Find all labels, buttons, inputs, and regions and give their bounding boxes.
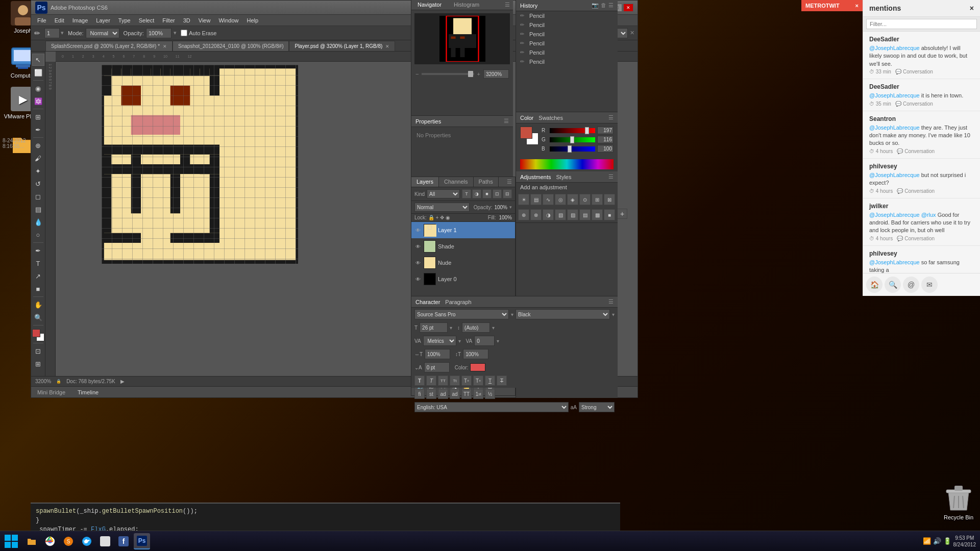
tab-splashscreen-close[interactable]: ✕ xyxy=(163,44,167,49)
history-brush-tool[interactable]: ↺ xyxy=(32,178,44,190)
screen-mode-tool[interactable]: ⊞ xyxy=(32,358,44,370)
menu-window[interactable]: Window xyxy=(214,15,242,26)
h-scale-input[interactable] xyxy=(425,349,450,359)
adj-hue-btn[interactable]: ⊙ xyxy=(579,194,591,205)
auto-erase-check[interactable] xyxy=(181,30,187,36)
taskbar-orange-btn[interactable]: S xyxy=(60,533,77,549)
char-ord-btn1[interactable]: ad xyxy=(438,389,448,399)
taskbar-white-btn[interactable] xyxy=(97,533,113,549)
menu-3d[interactable]: 3D xyxy=(179,15,194,26)
twitter-mentions-btn[interactable]: @ xyxy=(903,277,919,293)
hand-tool[interactable]: ✋ xyxy=(32,298,44,311)
layer-pixel-filter-icon[interactable]: ⊟ xyxy=(503,189,512,198)
dodge-tool[interactable]: ○ xyxy=(32,229,44,241)
char-frac-btn[interactable]: ﬁ xyxy=(414,389,425,399)
layer-item-layer1[interactable]: 👁 Layer 1 xyxy=(411,222,515,238)
volume-tray-icon[interactable]: 🔊 xyxy=(933,537,941,545)
char-sub-btn[interactable]: T+ xyxy=(473,375,483,386)
adj-curves-btn[interactable]: ∿ xyxy=(543,194,554,205)
adj-solid-btn[interactable]: ■ xyxy=(604,209,615,220)
history-item-5[interactable]: ✏ Pencil xyxy=(516,48,618,57)
nav-zoom-input[interactable] xyxy=(483,69,509,79)
navigator-tab[interactable]: Navigator xyxy=(411,0,448,10)
network-tray-icon[interactable]: 📶 xyxy=(923,537,931,545)
tweet-4[interactable]: philvesey @JosephLabrecque but not surpr… xyxy=(863,159,980,198)
ps-close-btn[interactable]: ✕ xyxy=(623,4,633,12)
zoom-tool[interactable]: 🔍 xyxy=(32,311,44,323)
layer-item-layer0[interactable]: 👁 Layer 0 xyxy=(411,271,515,287)
char-caps-btn[interactable]: TT xyxy=(438,375,448,386)
char-fraction-btn[interactable]: ½ xyxy=(485,389,495,399)
history-camera-icon[interactable]: 📷 xyxy=(592,2,599,9)
brush-size-field[interactable] xyxy=(44,28,60,38)
layer-type-filter-icon[interactable]: T xyxy=(462,189,471,198)
clone-stamp-tool[interactable]: ✦ xyxy=(32,165,44,177)
foreground-color[interactable] xyxy=(32,329,40,337)
fg-color-swatch[interactable] xyxy=(520,127,532,139)
panel-close-icon[interactable]: ✕ xyxy=(630,30,634,36)
zoom-out-icon[interactable]: − xyxy=(415,71,419,77)
layer-smart-filter-icon[interactable]: ⊡ xyxy=(493,189,502,198)
char-tt-btn[interactable]: TT xyxy=(461,389,472,399)
adj-photofilter-btn[interactable]: ⊕ xyxy=(518,209,529,220)
adj-bw-btn[interactable]: ⊠ xyxy=(604,194,615,205)
twitter-home-btn[interactable]: 🏠 xyxy=(866,277,883,293)
tweet-6[interactable]: philvesey @JosephLabrecque so far samsun… xyxy=(863,246,980,273)
layer-mode-select[interactable]: Normal xyxy=(414,203,470,212)
pixel-art-canvas-container[interactable] xyxy=(102,65,298,264)
adj-selectivecolor-btn[interactable]: ▩ xyxy=(592,209,603,220)
tweet-1[interactable]: DeeSadler @JosephLabrecque absolutely! I… xyxy=(863,32,980,79)
menu-layer[interactable]: Layer xyxy=(92,15,114,26)
adj-brightness-btn[interactable]: ☀ xyxy=(518,194,529,205)
menu-select[interactable]: Select xyxy=(135,15,159,26)
magic-wand-tool[interactable]: 🔯 xyxy=(32,95,44,107)
adj-vibrance-btn[interactable]: ◈ xyxy=(567,194,578,205)
char-st-btn[interactable]: st xyxy=(426,389,436,399)
char-italic-btn[interactable]: T xyxy=(426,375,436,386)
layer-item-nude[interactable]: 👁 Nude xyxy=(411,255,515,271)
r-slider-thumb[interactable] xyxy=(585,127,589,134)
layers-kind-select[interactable]: All xyxy=(427,189,460,198)
adj-invert-btn[interactable]: ◑ xyxy=(543,209,554,220)
shade-visibility-icon[interactable]: 👁 xyxy=(414,243,422,250)
swatches-tab[interactable]: Swatches xyxy=(538,115,563,121)
color-picker[interactable] xyxy=(32,329,44,341)
twitter-dm-btn[interactable]: ✉ xyxy=(921,277,938,293)
layers-tab[interactable]: Layers xyxy=(411,177,439,187)
adjustments-tab[interactable]: Adjustments xyxy=(520,174,551,180)
v-scale-input[interactable] xyxy=(463,349,488,359)
color-menu-icon[interactable]: ☰ xyxy=(608,114,614,121)
battery-tray-icon[interactable]: 🔋 xyxy=(943,537,951,545)
twitter-search-btn[interactable]: 🔍 xyxy=(885,277,901,293)
menu-help[interactable]: Help xyxy=(243,15,263,26)
char-language-select[interactable]: English: USA xyxy=(414,402,569,412)
layer1-visibility-icon[interactable]: 👁 xyxy=(414,227,422,234)
pen-tool[interactable]: ✒ xyxy=(32,244,44,257)
properties-tab[interactable]: Properties xyxy=(415,118,441,124)
taskbar-twitter-btn[interactable] xyxy=(79,533,95,549)
menu-edit[interactable]: Edit xyxy=(51,15,68,26)
crop-tool[interactable]: ⊞ xyxy=(32,111,44,123)
layer-shape-filter-icon[interactable]: ■ xyxy=(482,189,492,198)
char-style-select[interactable]: Black xyxy=(516,309,610,319)
layer0-visibility-icon[interactable]: 👁 xyxy=(414,276,422,283)
layer-adj-filter-icon[interactable]: ◑ xyxy=(472,189,481,198)
menu-file[interactable]: File xyxy=(33,15,51,26)
tracking-input[interactable] xyxy=(474,336,495,346)
kern-select[interactable]: Metrics xyxy=(423,336,456,346)
tab-snapshot[interactable]: Snapshot_20120824_0100 @ 100% (RGB/8#) xyxy=(173,41,289,51)
path-select-tool[interactable]: ↗ xyxy=(32,270,44,282)
leading-input[interactable] xyxy=(462,322,490,333)
char-strikethrough-btn[interactable]: T xyxy=(497,375,507,386)
twitter-close-btn[interactable]: × xyxy=(970,4,974,12)
zoom-slider-track[interactable] xyxy=(422,73,474,75)
history-trash-icon[interactable]: 🗑 xyxy=(601,2,606,9)
char-super-btn[interactable]: T+ xyxy=(461,375,472,386)
char-smallcaps-btn[interactable]: Tt xyxy=(450,375,460,386)
tab-splashscreen[interactable]: SplashScreen.psd @ 200% (Layer 2, RGB/8#… xyxy=(45,41,173,51)
menu-type[interactable]: Type xyxy=(114,15,135,26)
history-item-4[interactable]: ✏ Pencil xyxy=(516,39,618,48)
adj-channel-btn[interactable]: ⊗ xyxy=(530,209,542,220)
channels-tab[interactable]: Channels xyxy=(439,177,473,187)
taskbar-browser-btn[interactable] xyxy=(42,533,58,549)
